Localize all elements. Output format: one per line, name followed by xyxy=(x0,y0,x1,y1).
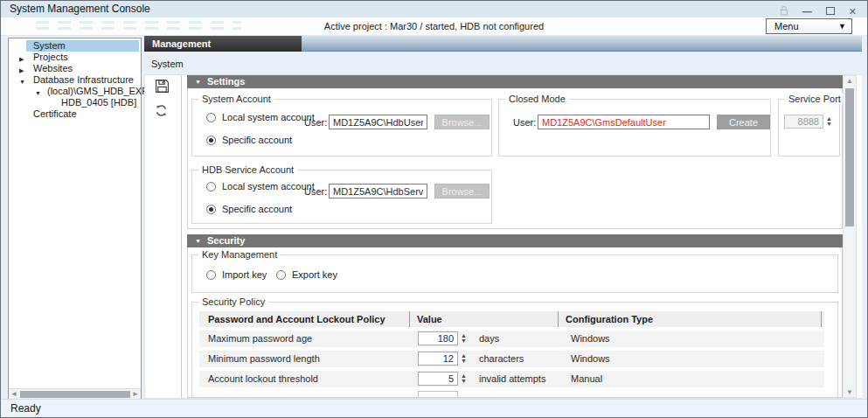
maximize-button[interactable] xyxy=(826,7,835,17)
breadcrumb: System xyxy=(151,59,184,69)
spin-down-icon[interactable]: ▼ xyxy=(461,338,467,344)
refresh-button[interactable] xyxy=(155,104,170,120)
table-row: Minimum password length ▲▼ characters Wi… xyxy=(199,351,824,367)
vertical-divider xyxy=(181,75,182,398)
security-policy-group: Security Policy Password and Account Loc… xyxy=(191,302,838,398)
scroll-left-icon[interactable]: ◄ xyxy=(10,390,17,398)
unit-label: days xyxy=(479,331,499,347)
table-row: Maximum password age ▲▼ days Windows xyxy=(199,331,824,347)
tab-management[interactable]: Management xyxy=(144,36,302,52)
column-header-value: Value xyxy=(409,311,558,327)
security-policy-table: Password and Account Lockout Policy Valu… xyxy=(199,311,824,398)
minimize-button[interactable]: — xyxy=(802,7,812,17)
chevron-down-icon: ▼ xyxy=(838,22,846,31)
settings-section-header[interactable]: ▼Settings xyxy=(187,75,843,88)
tree-item-websites[interactable]: ▶ Websites xyxy=(9,63,141,74)
radio-specific-account[interactable]: Specific account xyxy=(206,204,292,215)
vertical-scrollbar[interactable]: ▲ ▼ xyxy=(843,75,857,398)
key-management-group: Key Management Import key Export key xyxy=(191,254,838,293)
toolbar: Active project : Mar30 / started, HDB no… xyxy=(1,17,867,36)
column-header-type: Configuration Type xyxy=(558,311,821,327)
collapse-triangle-icon: ▼ xyxy=(195,238,201,244)
horizontal-scrollbar[interactable]: ◄ ► xyxy=(9,388,141,399)
column-divider xyxy=(821,311,824,327)
policy-name: Minimum password length xyxy=(199,351,409,367)
radio-local-system-account[interactable]: Local system account xyxy=(206,181,315,192)
tree-item-hdb-instance-line2[interactable]: HDB_0405 [HDB] xyxy=(9,97,141,108)
spinner-arrows: ▲▼ xyxy=(461,333,467,344)
tree-item-projects[interactable]: ▶ Projects xyxy=(9,52,141,63)
tree-item-system[interactable]: System xyxy=(9,40,141,52)
value-spinner: ▲▼ xyxy=(418,352,467,366)
unit-label: characters xyxy=(479,351,524,367)
radio-icon[interactable] xyxy=(276,270,286,280)
menu-button-label: Menu xyxy=(774,21,799,31)
close-button[interactable]: ✕ xyxy=(849,7,857,17)
scroll-right-icon[interactable]: ► xyxy=(132,390,139,398)
scrollbar-thumb[interactable] xyxy=(845,88,854,226)
save-button[interactable] xyxy=(155,79,170,94)
radio-export-key[interactable]: Export key xyxy=(276,269,337,281)
tree-item-database-infrastructure[interactable]: ▼ Database Infrastructure xyxy=(9,74,141,86)
radio-local-system-account[interactable]: Local system account xyxy=(206,112,315,123)
closed-mode-user-input[interactable] xyxy=(538,115,710,129)
security-section-header[interactable]: ▼Security xyxy=(187,234,843,247)
tree-item-certificate[interactable]: Certificate xyxy=(9,108,141,120)
window-title: System Management Console xyxy=(10,3,150,15)
user-label: User: xyxy=(513,117,536,128)
radio-icon[interactable] xyxy=(206,113,216,122)
service-port-input[interactable] xyxy=(784,115,823,129)
navigation-tree: System ▶ Projects ▶ Websites ▼ Database … xyxy=(8,38,142,400)
save-icon xyxy=(155,79,170,94)
settings-section-body: System Account Local system account Spec… xyxy=(187,88,843,229)
menu-button[interactable]: Menu ▼ xyxy=(766,18,852,34)
status-bar: Ready xyxy=(1,399,867,417)
value-input[interactable] xyxy=(418,352,458,366)
collapse-triangle-icon: ▼ xyxy=(195,79,201,85)
policy-name: Maximum password age xyxy=(199,331,409,347)
system-account-user-input[interactable] xyxy=(329,115,427,129)
create-button[interactable]: Create xyxy=(717,115,770,129)
value-spinner xyxy=(418,391,458,398)
refresh-icon xyxy=(155,104,168,117)
spin-down-icon[interactable]: ▼ xyxy=(826,122,832,127)
browse-button[interactable]: Browse... xyxy=(434,115,490,129)
app-window: System Management Console — ✕ Active pro… xyxy=(0,0,868,418)
value-input[interactable] xyxy=(418,331,458,345)
value-input[interactable] xyxy=(418,372,458,386)
system-account-group: System Account Local system account Spec… xyxy=(191,99,492,157)
user-label: User: xyxy=(304,186,327,197)
security-section-body: Key Management Import key Export key Sec… xyxy=(187,247,843,398)
radio-specific-account[interactable]: Specific account xyxy=(206,135,292,146)
scrollbar-thumb[interactable] xyxy=(20,391,130,398)
scroll-up-icon[interactable]: ▲ xyxy=(844,77,856,85)
scroll-down-icon[interactable]: ▼ xyxy=(844,388,856,396)
service-port-spinner: ▲▼ xyxy=(784,115,832,129)
spin-down-icon[interactable]: ▼ xyxy=(461,379,467,384)
policy-name: Account lockout threshold xyxy=(199,371,409,387)
unit-label: invalid attempts xyxy=(479,371,545,387)
spin-down-icon[interactable]: ▼ xyxy=(461,359,467,364)
radio-selected-icon[interactable] xyxy=(206,136,216,145)
value-spinner: ▲▼ xyxy=(418,331,467,345)
configuration-type: Manual xyxy=(558,371,824,387)
configuration-type: Windows xyxy=(558,331,824,347)
service-port-group: Service Port ▲▼ xyxy=(778,99,840,157)
action-icon-column xyxy=(145,75,181,398)
maximize-icon xyxy=(826,7,835,15)
tab-strip: Management xyxy=(144,36,862,52)
spinner-arrows: ▲▼ xyxy=(826,116,832,127)
active-project-status: Active project : Mar30 / started, HDB no… xyxy=(1,21,867,31)
table-row-clipped xyxy=(199,391,824,398)
title-bar: System Management Console — ✕ xyxy=(1,1,867,17)
radio-icon[interactable] xyxy=(206,182,216,192)
hdb-service-account-user-input[interactable] xyxy=(329,184,427,199)
radio-selected-icon[interactable] xyxy=(206,205,216,214)
value-spinner: ▲▼ xyxy=(418,372,467,386)
radio-icon[interactable] xyxy=(206,270,216,280)
configuration-type: Windows xyxy=(558,351,824,367)
radio-import-key[interactable]: Import key xyxy=(206,269,267,281)
column-header-policy: Password and Account Lockout Policy xyxy=(199,311,409,327)
browse-button[interactable]: Browse... xyxy=(434,184,490,199)
tree-item-hdb-instance[interactable]: ▼ (local)\GMS_HDB_EXPRESS xyxy=(9,86,141,97)
